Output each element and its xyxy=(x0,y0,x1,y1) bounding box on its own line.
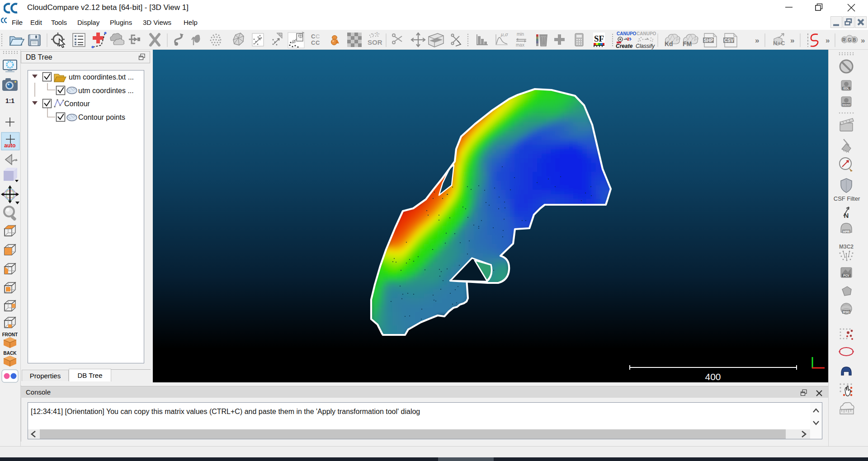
svg-text:»: » xyxy=(790,36,794,45)
svg-text:utm coordintes.txt ...: utm coordintes.txt ... xyxy=(69,73,134,81)
svg-text:FM: FM xyxy=(683,40,692,47)
svg-text:Contour: Contour xyxy=(64,100,90,108)
svg-text:»: » xyxy=(826,36,830,45)
svg-text:PCV: PCV xyxy=(843,274,849,277)
svg-text:»: » xyxy=(861,36,865,45)
svg-text:Classify: Classify xyxy=(636,43,655,49)
svg-text:C: C xyxy=(311,33,316,40)
svg-text:RSD: RSD xyxy=(843,310,850,314)
svg-text:B: B xyxy=(853,38,856,42)
svg-text:M3C2: M3C2 xyxy=(839,244,854,250)
svg-text:1:1: 1:1 xyxy=(5,97,14,104)
svg-text:EDL: EDL xyxy=(844,87,849,90)
svg-text:N: N xyxy=(844,212,849,219)
svg-text:utm coordintes ...: utm coordintes ... xyxy=(78,87,134,94)
svg-text:C: C xyxy=(316,39,320,46)
svg-text:+: + xyxy=(372,32,374,36)
svg-text:CSF Filter: CSF Filter xyxy=(834,195,860,202)
svg-text:Contour points: Contour points xyxy=(78,113,125,121)
svg-text:auto: auto xyxy=(4,142,15,149)
svg-text:400: 400 xyxy=(705,372,721,382)
svg-text:C: C xyxy=(311,39,316,46)
svg-text:x: x xyxy=(376,31,378,35)
svg-text:SSAO: SSAO xyxy=(842,103,850,106)
svg-text:μ,σ: μ,σ xyxy=(500,32,508,37)
svg-text:R: R xyxy=(842,38,846,42)
svg-text:CANUPO: CANUPO xyxy=(617,31,637,36)
svg-text:G: G xyxy=(848,38,851,42)
svg-text:BACK: BACK xyxy=(4,351,17,356)
svg-text:Create: Create xyxy=(616,43,633,49)
svg-text:min: min xyxy=(517,32,524,37)
svg-text:SOR: SOR xyxy=(368,38,382,46)
svg-text:C: C xyxy=(316,33,320,40)
svg-text:HPR: HPR xyxy=(843,230,850,233)
svg-text:N+C: N+C xyxy=(773,40,785,47)
svg-text:Kd: Kd xyxy=(665,40,673,47)
svg-text:SF: SF xyxy=(594,34,604,43)
svg-text:max: max xyxy=(516,42,524,47)
svg-text:»: » xyxy=(755,36,759,45)
svg-text:SHP: SHP xyxy=(704,38,713,43)
svg-text:CANUPO: CANUPO xyxy=(637,31,656,36)
svg-text:CSV: CSV xyxy=(724,38,734,43)
svg-text:FRONT: FRONT xyxy=(2,332,18,337)
